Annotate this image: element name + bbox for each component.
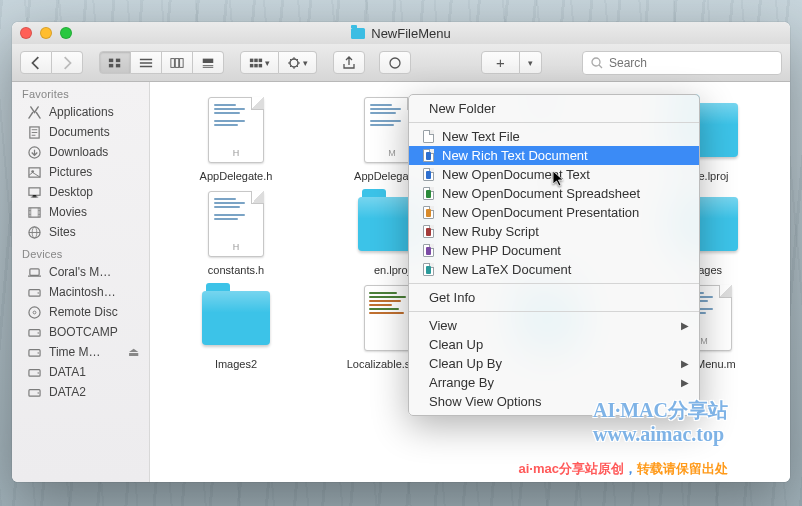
sidebar-item-label: Sites xyxy=(49,225,76,239)
svg-rect-2 xyxy=(109,63,113,67)
svg-point-16 xyxy=(592,58,600,66)
cursor-icon xyxy=(552,170,566,191)
lap-icon xyxy=(26,265,42,279)
menu-item-label: Clean Up xyxy=(429,337,483,352)
icon-view-button[interactable] xyxy=(99,51,131,74)
menu-item[interactable]: New Text File xyxy=(409,127,699,146)
svg-rect-5 xyxy=(175,58,179,67)
menu-item[interactable]: New PHP Document xyxy=(409,241,699,260)
sidebar-item[interactable]: BOOTCAMP xyxy=(12,322,149,342)
menu-item-label: New Text File xyxy=(442,129,520,144)
action-button[interactable]: ▾ xyxy=(279,51,317,74)
tags-button[interactable] xyxy=(379,51,411,74)
svg-rect-3 xyxy=(116,63,120,67)
sidebar-item-label: BOOTCAMP xyxy=(49,325,118,339)
svg-point-27 xyxy=(37,292,38,293)
zoom-button[interactable] xyxy=(60,27,72,39)
menu-item[interactable]: Show View Options xyxy=(409,392,699,411)
menu-item[interactable]: Get Info xyxy=(409,288,699,307)
sidebar-item[interactable]: Macintosh… xyxy=(12,282,149,302)
coverflow-view-button[interactable] xyxy=(193,51,224,74)
submenu-arrow-icon: ▶ xyxy=(681,377,689,388)
menu-item[interactable]: New Ruby Script xyxy=(409,222,699,241)
file-type-icon xyxy=(423,149,434,162)
source-file-icon: H xyxy=(208,191,264,257)
hdd-icon xyxy=(26,285,42,299)
sidebar-item-label: Macintosh… xyxy=(49,285,116,299)
menu-item[interactable]: New Folder xyxy=(409,99,699,118)
sidebar-item[interactable]: Documents xyxy=(12,122,149,142)
svg-rect-6 xyxy=(180,58,184,67)
folder-icon xyxy=(202,291,270,345)
eject-icon[interactable]: ⏏ xyxy=(128,345,139,359)
site-icon xyxy=(26,225,42,239)
menu-item[interactable]: New Rich Text Document xyxy=(409,146,699,165)
sidebar-item[interactable]: Desktop xyxy=(12,182,149,202)
search-input[interactable] xyxy=(609,56,773,70)
sidebar-item[interactable]: DATA1 xyxy=(12,362,149,382)
file-type-icon xyxy=(423,130,434,143)
list-view-button[interactable] xyxy=(131,51,162,74)
arrange-button[interactable]: ▾ xyxy=(240,51,279,74)
sidebar-item[interactable]: Pictures xyxy=(12,162,149,182)
minimize-button[interactable] xyxy=(40,27,52,39)
new-tab-dropdown[interactable]: ▾ xyxy=(520,51,542,74)
new-tab-button[interactable]: + xyxy=(481,51,520,74)
svg-point-29 xyxy=(33,311,36,314)
svg-rect-4 xyxy=(171,58,175,67)
view-switcher xyxy=(99,51,224,74)
sidebar-item[interactable]: Movies xyxy=(12,202,149,222)
close-button[interactable] xyxy=(20,27,32,39)
sidebar-item[interactable]: Applications xyxy=(12,102,149,122)
sidebar-item[interactable]: DATA2 xyxy=(12,382,149,402)
file-label: Images2 xyxy=(215,358,257,370)
svg-rect-7 xyxy=(203,58,214,62)
sidebar-item-label: DATA2 xyxy=(49,385,86,399)
menu-item-label: Arrange By xyxy=(429,375,494,390)
sidebar-item-label: Coral's M… xyxy=(49,265,111,279)
hdd-icon xyxy=(26,325,42,339)
sidebar-item[interactable]: Sites xyxy=(12,222,149,242)
share-button[interactable] xyxy=(333,51,365,74)
menu-item[interactable]: Clean Up xyxy=(409,335,699,354)
svg-point-15 xyxy=(390,58,400,68)
column-view-button[interactable] xyxy=(162,51,193,74)
app-icon xyxy=(26,105,42,119)
toolbar: ▾ ▾ + ▾ xyxy=(12,44,790,82)
menu-item-label: New Ruby Script xyxy=(442,224,539,239)
menu-item[interactable]: View▶ xyxy=(409,316,699,335)
search-field[interactable] xyxy=(582,51,782,75)
menu-item[interactable]: Arrange By▶ xyxy=(409,373,699,392)
file-type-icon xyxy=(423,187,434,200)
svg-point-35 xyxy=(37,372,38,373)
file-item[interactable]: Hconstants.h xyxy=(158,188,314,276)
file-type-icon xyxy=(423,206,434,219)
hdd-icon xyxy=(26,345,42,359)
file-item[interactable]: Images2 xyxy=(158,282,314,370)
forward-button[interactable] xyxy=(52,51,83,74)
svg-rect-1 xyxy=(116,58,120,62)
file-item[interactable]: HAppDelegate.h xyxy=(158,94,314,182)
svg-rect-12 xyxy=(254,63,258,67)
sidebar-item[interactable]: Remote Disc xyxy=(12,302,149,322)
menu-item[interactable]: New OpenDocument Presentation xyxy=(409,203,699,222)
menu-item[interactable]: New LaTeX Document xyxy=(409,260,699,279)
sidebar-item-label: Documents xyxy=(49,125,110,139)
menu-item[interactable]: Clean Up By▶ xyxy=(409,354,699,373)
sidebar-item-label: Movies xyxy=(49,205,87,219)
file-label: AppDelegate.h xyxy=(200,170,273,182)
hdd-icon xyxy=(26,385,42,399)
sidebar-item-label: Downloads xyxy=(49,145,108,159)
sidebar-item[interactable]: Time M…⏏ xyxy=(12,342,149,362)
menu-item-label: View xyxy=(429,318,457,333)
back-button[interactable] xyxy=(20,51,52,74)
svg-rect-11 xyxy=(250,63,254,67)
sidebar-item[interactable]: Downloads xyxy=(12,142,149,162)
mov-icon xyxy=(26,205,42,219)
menu-item-label: New OpenDocument Spreadsheet xyxy=(442,186,640,201)
window-title: NewFileMenu xyxy=(371,26,450,41)
sidebar[interactable]: FavoritesApplicationsDocumentsDownloadsP… xyxy=(12,82,150,482)
sidebar-item[interactable]: Coral's M… xyxy=(12,262,149,282)
titlebar[interactable]: NewFileMenu xyxy=(12,22,790,44)
context-menu[interactable]: New FolderNew Text FileNew Rich Text Doc… xyxy=(408,94,700,416)
